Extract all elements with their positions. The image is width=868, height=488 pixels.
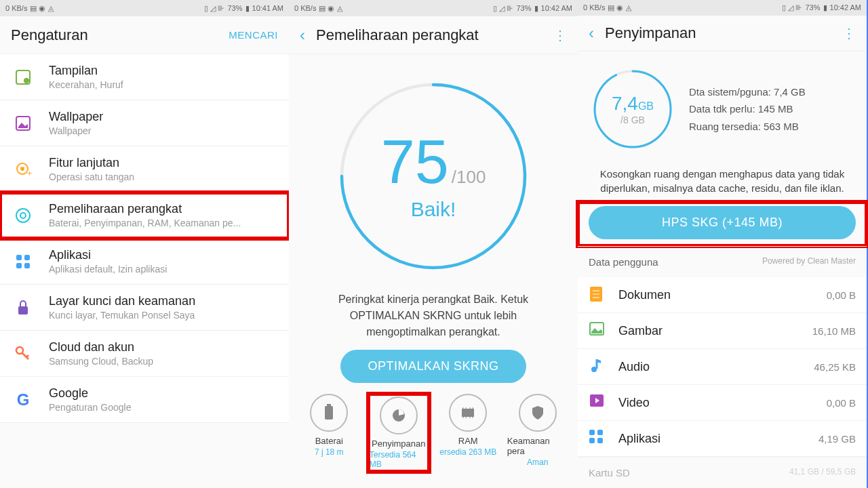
display-icon xyxy=(11,65,35,89)
item-lockscreen[interactable]: Layar kunci dan keamananKunci layar, Tem… xyxy=(0,285,289,331)
item-cloud[interactable]: Cloud dan akunSamsung Cloud, Backup xyxy=(0,331,289,377)
item-apps[interactable]: AplikasiAplikasi default, Izin aplikasi xyxy=(0,239,289,285)
svg-rect-36 xyxy=(589,430,595,435)
description: Peringkat kinerja perangkat Baik. Ketuk … xyxy=(289,278,578,350)
svg-rect-11 xyxy=(24,263,30,268)
image-icon xyxy=(589,321,608,340)
svg-point-13 xyxy=(16,347,23,354)
nav-security[interactable]: Keamanan peraAman xyxy=(507,394,568,472)
score-ring: 75/100 Baik! xyxy=(332,75,535,278)
more-button[interactable]: ⋮ xyxy=(842,25,856,41)
status-bar: 0 KB/s ▤ ◉ ◬ ▯ ◿ ⊪ 73% ▮ 10:41 AM xyxy=(0,0,289,16)
clean-now-button[interactable]: HPS SKG (+145 MB) xyxy=(589,206,856,239)
clean-button-highlight: HPS SKG (+145 MB) xyxy=(578,202,867,246)
storage-message: Kosongkan ruang dengan menghapus data ya… xyxy=(578,167,867,202)
gear-plus-icon: + xyxy=(11,157,35,182)
svg-point-7 xyxy=(20,213,26,218)
apps-icon xyxy=(589,429,608,448)
svg-point-4 xyxy=(20,167,24,171)
google-icon: G xyxy=(11,388,35,412)
item-google[interactable]: G GooglePengaturan Google xyxy=(0,377,289,423)
key-icon xyxy=(11,342,35,366)
back-button[interactable]: ‹ xyxy=(300,26,305,45)
storage-total: /8 GB xyxy=(612,115,654,125)
lock-icon xyxy=(11,296,35,320)
status-bar: 0 KB/s ▤ ◉ ◬ ▯ ◿ ⊪ 73% ▮ 10:42 AM xyxy=(578,0,867,16)
data-images[interactable]: Gambar16,10 MB xyxy=(578,313,867,349)
bottom-nav: Baterai7 j 18 m PenyimpananTersedia 564 … xyxy=(289,383,578,477)
storage-summary: 7,4GB /8 GB Dta sistem/pguna: 7,4 GB Dat… xyxy=(578,52,867,167)
header: ‹ Penyimpanan ⋮ xyxy=(578,16,867,52)
storage-used: 7,4 xyxy=(612,93,638,114)
phone-storage: 0 KB/s ▤ ◉ ◬ ▯ ◿ ⊪ 73% ▮ 10:42 AM ‹ Peny… xyxy=(578,0,867,488)
apps-icon xyxy=(11,249,35,274)
data-documents[interactable]: Dokumen0,00 B xyxy=(578,277,867,313)
svg-text:+: + xyxy=(27,169,32,178)
sd-section: Kartu SD 41,1 GB / 59,5 GB xyxy=(578,457,867,488)
page-title: Penyimpanan xyxy=(605,24,842,42)
header: Pengaturan MENCARI xyxy=(0,16,289,54)
page-title: Pengaturan xyxy=(11,26,229,44)
svg-rect-10 xyxy=(16,263,22,268)
optimize-button[interactable]: OPTIMALKAN SKRNG xyxy=(340,350,526,383)
svg-rect-8 xyxy=(16,255,22,260)
settings-list: TampilanKecerahan, Huruf WallpaperWallpa… xyxy=(0,54,289,488)
maintenance-icon xyxy=(11,203,35,228)
data-apps[interactable]: Aplikasi4,19 GB xyxy=(578,421,867,457)
more-button[interactable]: ⋮ xyxy=(553,27,567,43)
wallpaper-icon xyxy=(11,111,35,136)
svg-rect-37 xyxy=(597,430,603,435)
svg-rect-39 xyxy=(597,438,603,443)
nav-battery[interactable]: Baterai7 j 18 m xyxy=(298,394,359,472)
svg-rect-21 xyxy=(462,409,474,417)
item-wallpaper[interactable]: WallpaperWallpaper xyxy=(0,100,289,146)
svg-rect-12 xyxy=(18,306,28,314)
svg-rect-38 xyxy=(589,438,595,443)
data-audio[interactable]: Audio46,25 KB xyxy=(578,349,867,385)
video-icon xyxy=(589,393,608,412)
status-bar: 0 KB/s ▤ ◉ ◬ ▯ ◿ ⊪ 73% ▮ 10:42 AM xyxy=(289,0,578,16)
document-icon xyxy=(589,285,608,304)
section-header: Data pengguna Powered by Clean Master xyxy=(578,246,867,277)
svg-point-6 xyxy=(16,209,30,222)
svg-point-33 xyxy=(591,367,597,372)
search-action[interactable]: MENCARI xyxy=(229,29,278,41)
phone-settings: 0 KB/s ▤ ◉ ◬ ▯ ◿ ⊪ 73% ▮ 10:41 AM Pengat… xyxy=(0,0,289,488)
nav-ram[interactable]: RAMersedia 263 MB xyxy=(437,394,498,472)
svg-point-1 xyxy=(24,78,29,83)
nav-storage[interactable]: PenyimpananTersedia 564 MB xyxy=(368,394,429,472)
score-label: Baik! xyxy=(381,198,486,221)
back-button[interactable]: ‹ xyxy=(589,24,594,43)
phone-maintenance: 0 KB/s ▤ ◉ ◬ ▯ ◿ ⊪ 73% ▮ 10:42 AM ‹ Peme… xyxy=(289,0,578,488)
svg-rect-18 xyxy=(325,406,333,420)
item-advanced[interactable]: + Fitur lanjutanOperasi satu tangan xyxy=(0,146,289,192)
data-list: Dokumen0,00 B Gambar16,10 MB Audio46,25 … xyxy=(578,277,867,457)
svg-rect-19 xyxy=(327,404,331,406)
item-device-maintenance[interactable]: Pemeliharaan perangkatBaterai, Penyimpan… xyxy=(0,192,289,239)
data-video[interactable]: Video0,00 B xyxy=(578,385,867,421)
audio-icon xyxy=(589,357,608,376)
item-display[interactable]: TampilanKecerahan, Huruf xyxy=(0,54,289,100)
header: ‹ Pemeliharaan perangkat ⋮ xyxy=(289,16,578,54)
svg-rect-9 xyxy=(24,255,30,260)
svg-line-15 xyxy=(26,355,28,357)
storage-stats: Dta sistem/pguna: 7,4 GB Data tdk perlu:… xyxy=(689,83,806,136)
page-title: Pemeliharaan perangkat xyxy=(316,26,553,44)
score-value: 75 xyxy=(381,128,449,196)
